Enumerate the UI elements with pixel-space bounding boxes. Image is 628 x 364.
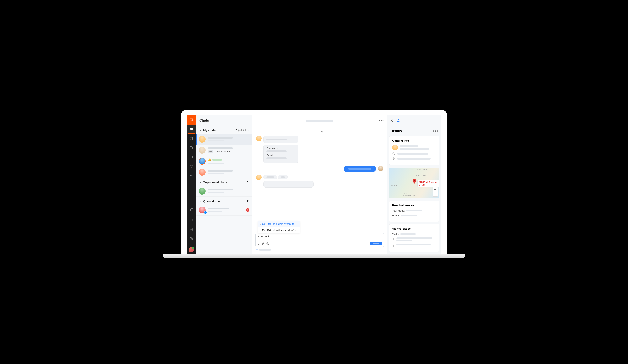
svg-point-15 xyxy=(191,229,192,230)
location-map[interactable]: HELL'S KITCHEN MIDTOWN oboken LOWER MANH… xyxy=(389,167,439,198)
svg-point-19 xyxy=(267,243,267,244)
chat-row-2[interactable]: •••I'm looking for... xyxy=(196,145,252,156)
svg-point-20 xyxy=(268,243,268,244)
prechat-email-label: E-mail: xyxy=(392,214,400,217)
nav-profile-avatar[interactable] xyxy=(187,245,196,254)
nav-tickets-icon[interactable] xyxy=(187,152,196,162)
chevron-down-icon xyxy=(199,181,202,183)
nav-billing-icon[interactable] xyxy=(187,216,196,225)
messenger-badge-icon xyxy=(204,211,207,214)
composer-input[interactable]: #discount xyxy=(257,235,382,241)
group-supervised-label: Supervised chats xyxy=(203,180,227,184)
chat-row-5[interactable] xyxy=(196,186,252,197)
conversation-panel: ••• Today Your name: E-mail: xyxy=(252,115,387,254)
canned-response-option-2[interactable]: ‹ Get 15% off with code NEW15 xyxy=(258,227,300,233)
avatar xyxy=(199,188,206,195)
message-outgoing xyxy=(256,166,383,172)
nav-apps-icon[interactable] xyxy=(187,205,196,214)
details-tab-customer-icon[interactable] xyxy=(396,117,401,124)
avatar xyxy=(199,158,206,165)
brand-logo[interactable] xyxy=(187,115,196,125)
details-panel: ✕ Details ••• General Info xyxy=(387,115,441,254)
prechat-title: Pre-chat survey xyxy=(392,204,437,207)
visits-label: Visits: xyxy=(392,232,399,235)
send-button[interactable] xyxy=(370,242,382,245)
group-queued[interactable]: Queued chats 2 xyxy=(196,197,252,205)
avatar xyxy=(256,136,261,141)
nav-reports-icon[interactable] xyxy=(187,171,196,180)
prechat-card: Pre-chat survey Your name: E-mail: xyxy=(389,201,439,222)
avatar xyxy=(378,166,383,171)
map-region-label: HELL'S KITCHEN xyxy=(411,169,428,171)
group-supervised[interactable]: Supervised chats 1 xyxy=(196,178,252,186)
nav-people-icon[interactable] xyxy=(187,162,196,171)
avatar xyxy=(199,147,206,154)
location-pin-icon xyxy=(392,157,395,160)
close-icon[interactable]: ✕ xyxy=(390,119,393,123)
nav-list-icon[interactable] xyxy=(187,134,196,143)
chat-row-4[interactable] xyxy=(196,167,252,178)
chat-list-title: Chats xyxy=(196,115,252,126)
emoji-icon[interactable] xyxy=(266,242,269,245)
page-icon xyxy=(392,238,395,240)
page-icon xyxy=(392,244,395,247)
typing-indicator-icon: ••• xyxy=(208,150,214,153)
details-title: Details xyxy=(391,129,402,133)
hash-icon[interactable]: # xyxy=(257,242,259,245)
conversation-header: ••• xyxy=(252,115,387,126)
svg-point-1 xyxy=(190,129,191,129)
more-menu-icon[interactable]: ••• xyxy=(433,129,438,133)
group-supervised-count: 1 xyxy=(247,180,248,184)
svg-point-9 xyxy=(192,165,192,166)
avatar xyxy=(392,145,398,150)
message-composer[interactable]: #discount # xyxy=(255,233,384,247)
message-incoming: Your name: E-mail: xyxy=(256,136,383,163)
chat-row-3[interactable]: 👍 xyxy=(196,156,252,167)
chevron-down-icon xyxy=(199,129,202,132)
group-my-chats[interactable]: My chats 3 (+1 idle) xyxy=(196,126,252,134)
group-my-chats-idle: (+1 idle) xyxy=(238,129,248,132)
attachment-icon[interactable] xyxy=(261,242,264,245)
svg-point-18 xyxy=(266,243,269,245)
canned-response-option-1[interactable]: ‹ Get 20% off orders over $200 xyxy=(258,221,300,227)
svg-point-8 xyxy=(190,165,191,166)
chevron-left-icon: ‹ xyxy=(260,229,260,232)
map-region-label: LOWER MANHATTAN xyxy=(403,192,415,196)
chat-row-1[interactable] xyxy=(196,134,252,145)
svg-rect-13 xyxy=(190,219,193,221)
svg-rect-11 xyxy=(192,208,193,209)
group-queued-label: Queued chats xyxy=(203,199,222,203)
form-name-label: Your name: xyxy=(266,147,295,149)
avatar xyxy=(199,169,206,176)
group-my-chats-count: 3 xyxy=(236,129,237,132)
svg-point-21 xyxy=(398,119,399,120)
more-menu-icon[interactable]: ••• xyxy=(379,119,384,123)
map-region-label: MIDTOWN xyxy=(416,174,426,176)
svg-rect-10 xyxy=(190,208,191,209)
nav-chats-icon[interactable] xyxy=(187,125,196,134)
chat-preview-text: I'm looking for... xyxy=(215,150,232,153)
prechat-name-label: Your name: xyxy=(392,209,405,212)
svg-rect-12 xyxy=(190,210,191,211)
form-email-label: E-mail: xyxy=(266,154,295,157)
nav-settings-icon[interactable] xyxy=(187,225,196,234)
chat-row-6[interactable]: 1 xyxy=(196,205,252,216)
add-action[interactable]: + xyxy=(255,247,384,253)
nav-archive-icon[interactable] xyxy=(187,143,196,152)
map-pin-icon xyxy=(412,179,417,184)
canned-response-menu: ‹ Get 20% off orders over $200 ‹ Get 15%… xyxy=(258,221,300,233)
svg-point-2 xyxy=(191,129,191,129)
avatar xyxy=(199,136,206,143)
chat-list-panel: Chats My chats 3 (+1 idle) •••I'm lookin… xyxy=(196,115,252,254)
nav-help-icon[interactable] xyxy=(187,234,196,243)
unread-badge: 1 xyxy=(246,208,249,212)
zoom-in-button[interactable]: + xyxy=(433,187,438,192)
thumbs-up-icon: 👍 xyxy=(208,158,211,161)
day-separator: Today xyxy=(256,130,383,133)
svg-point-23 xyxy=(414,180,415,181)
general-info-title: General Info xyxy=(392,139,437,142)
zoom-out-button[interactable]: − xyxy=(433,192,438,197)
canned-response-text: Get 20% off orders over $200 xyxy=(262,222,295,225)
plus-icon: + xyxy=(256,248,258,252)
chevron-left-icon: ‹ xyxy=(260,222,260,225)
